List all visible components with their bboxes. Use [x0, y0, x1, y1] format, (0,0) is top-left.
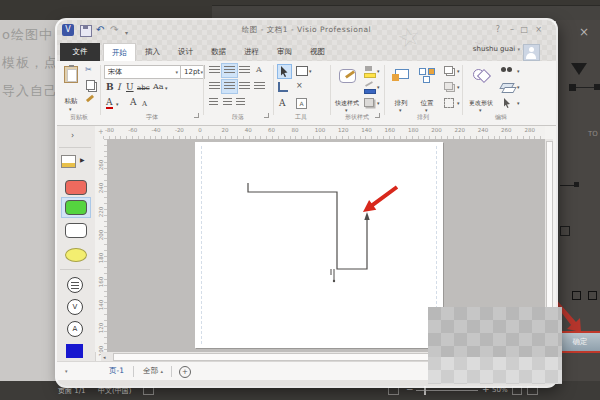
- bring-forward-button[interactable]: [444, 82, 453, 90]
- window-switch-icon[interactable]: [527, 386, 538, 395]
- tab-数据[interactable]: 数据: [202, 43, 235, 61]
- select-icon[interactable]: [503, 98, 511, 108]
- grow-font-button[interactable]: A: [130, 97, 137, 107]
- help-icon[interactable]: ?: [496, 25, 500, 34]
- format-painter-icon[interactable]: [86, 95, 94, 102]
- paste-button[interactable]: 粘贴 ▾: [60, 64, 82, 110]
- vertical-scrollbar-thumb[interactable]: [546, 141, 553, 323]
- quick-styles-button[interactable]: 快速样式 ▾: [334, 64, 360, 112]
- status-page-indicator[interactable]: 页面 1/1: [58, 386, 86, 396]
- page-tab[interactable]: 页-1: [109, 366, 124, 376]
- pointer-tool-button[interactable]: [277, 64, 292, 79]
- h-ruler-label: 40: [245, 127, 252, 133]
- line-color-button[interactable]: [364, 82, 374, 92]
- shape-green-rounded-rectangle[interactable]: [65, 200, 87, 215]
- text-block-tool-button[interactable]: A: [296, 98, 307, 109]
- shape-circle-v[interactable]: V: [67, 299, 83, 315]
- undo-icon[interactable]: ↶: [96, 24, 104, 36]
- tab-审阅[interactable]: 审阅: [268, 43, 301, 61]
- text-tool-button[interactable]: A: [279, 98, 286, 108]
- font-color-button[interactable]: A: [106, 97, 113, 109]
- tab-进程[interactable]: 进程: [235, 43, 268, 61]
- font-dialog-launcher-icon[interactable]: [194, 113, 199, 118]
- fit-page-icon[interactable]: [512, 386, 522, 395]
- connector-tool-icon[interactable]: [278, 82, 288, 92]
- shape-blue-square[interactable]: [66, 344, 83, 358]
- align-right-button[interactable]: [239, 82, 250, 91]
- horizontal-scrollbar-thumb[interactable]: [113, 353, 445, 361]
- find-icon[interactable]: [501, 67, 513, 73]
- shape-red-rounded-rectangle[interactable]: [65, 180, 87, 195]
- align-center-button[interactable]: [224, 82, 235, 91]
- increase-indent-button[interactable]: [236, 98, 245, 107]
- tab-file[interactable]: 文件: [60, 43, 100, 61]
- tab-设计[interactable]: 设计: [169, 43, 202, 61]
- status-language[interactable]: 中文(中国): [98, 386, 131, 396]
- shrink-font-button[interactable]: A: [142, 99, 147, 109]
- account-area[interactable]: shushu guai ▾: [473, 45, 520, 61]
- scroll-left-icon[interactable]: ◂: [103, 354, 106, 360]
- annotation-red-arrow: [363, 185, 398, 212]
- text-rotate-button[interactable]: A: [256, 65, 262, 75]
- effects-button[interactable]: [364, 98, 374, 107]
- italic-button[interactable]: I: [117, 82, 121, 92]
- keyboard-icon: [143, 387, 154, 395]
- strikethrough-button[interactable]: abc: [137, 83, 150, 93]
- bullets-button[interactable]: [209, 98, 218, 107]
- align-bottom-button[interactable]: [239, 66, 250, 75]
- minimize-icon[interactable]: –: [510, 25, 514, 34]
- tab-插入[interactable]: 插入: [136, 43, 169, 61]
- qat-dropdown-icon[interactable]: ▾: [125, 27, 128, 39]
- stencil-document-icon[interactable]: [61, 155, 76, 168]
- lightbox-close-icon[interactable]: ×: [579, 25, 589, 39]
- bold-button[interactable]: B: [106, 82, 114, 92]
- h-ruler-label: 100: [315, 127, 326, 133]
- shape-circle-a[interactable]: A: [67, 321, 83, 337]
- align-shapes-button[interactable]: 排列 ▾: [389, 64, 413, 112]
- h-ruler-label: 180: [408, 127, 419, 133]
- zoom-level[interactable]: 50%: [492, 386, 508, 394]
- decrease-indent-button[interactable]: [223, 98, 232, 107]
- font-name-value: 宋体: [108, 68, 122, 76]
- cut-icon[interactable]: ✂: [85, 65, 92, 74]
- v-ruler-label: 180: [98, 252, 104, 264]
- shape-yellow-ellipse[interactable]: [65, 248, 87, 262]
- close-icon[interactable]: ×: [535, 25, 542, 34]
- redo-icon[interactable]: ↷: [110, 24, 118, 36]
- pagebar-dropdown-icon[interactable]: ▾: [65, 368, 68, 374]
- auto-align-button[interactable]: [444, 98, 454, 108]
- add-page-button[interactable]: +: [179, 366, 191, 378]
- position-button[interactable]: 位置 ▾: [415, 64, 439, 112]
- restore-icon[interactable]: □: [520, 25, 528, 34]
- change-shape-button[interactable]: 更改形状 ▾: [467, 64, 495, 112]
- tab-开始[interactable]: 开始: [103, 43, 136, 61]
- font-size-select[interactable]: 12pt ▾: [180, 65, 205, 79]
- h-ruler-label: 140: [361, 127, 372, 133]
- confirm-button[interactable]: 确定: [558, 331, 600, 353]
- presentation-mode-icon[interactable]: [388, 387, 399, 395]
- stencil-arrow-icon[interactable]: ▶: [80, 156, 85, 163]
- shape-white-rounded-rectangle[interactable]: [65, 223, 87, 238]
- font-size-value: 12pt: [184, 68, 200, 76]
- copy-icon[interactable]: [86, 80, 95, 90]
- panel-expand-icon[interactable]: ›: [71, 131, 74, 140]
- align-middle-button[interactable]: [224, 66, 235, 75]
- avatar[interactable]: [523, 44, 540, 61]
- justify-button[interactable]: [254, 82, 265, 91]
- shape-circle-lines[interactable]: [67, 277, 83, 293]
- align-top-button[interactable]: [209, 66, 220, 75]
- case-button[interactable]: Aa: [153, 82, 164, 92]
- save-icon[interactable]: [80, 25, 92, 37]
- zoom-slider-thumb[interactable]: [424, 386, 426, 395]
- tab-视图[interactable]: 视图: [301, 43, 334, 61]
- connection-point-tool-button[interactable]: ×: [296, 81, 303, 90]
- underline-button[interactable]: U: [126, 82, 134, 92]
- fill-color-button[interactable]: [364, 66, 374, 76]
- all-pages-button[interactable]: 全部 ▴: [143, 366, 163, 376]
- shape-circle-a-label: A: [73, 325, 78, 333]
- rectangle-tool-button[interactable]: [296, 66, 308, 76]
- font-name-select[interactable]: 宋体 ▾: [104, 65, 181, 79]
- align-left-button[interactable]: [209, 82, 220, 91]
- all-pages-label: 全部: [143, 366, 158, 375]
- group-button[interactable]: [444, 66, 453, 74]
